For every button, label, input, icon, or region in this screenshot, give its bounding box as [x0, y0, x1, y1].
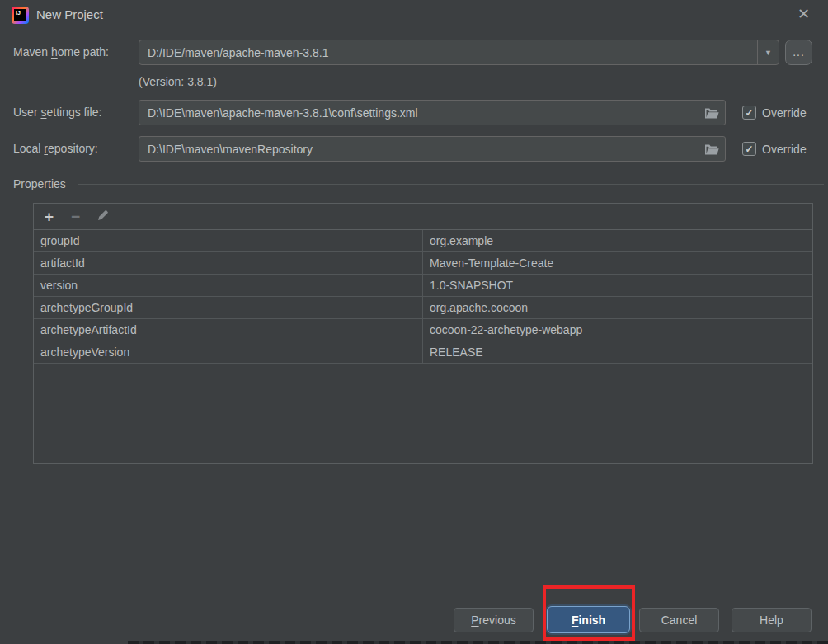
property-key: version [34, 275, 423, 296]
override-repository-label[interactable]: Override [762, 143, 807, 156]
folder-browse-icon[interactable] [704, 106, 719, 119]
user-settings-file-label: User settings file: [13, 106, 101, 119]
property-key: groupId [34, 230, 423, 251]
maven-home-path-input[interactable] [139, 40, 779, 64]
local-repository-label: Local repository: [13, 142, 98, 155]
remove-property-button[interactable]: − [71, 209, 97, 224]
maven-version-note: (Version: 3.8.1) [139, 75, 217, 88]
folder-browse-icon[interactable] [704, 143, 719, 155]
user-settings-file-field [139, 100, 726, 125]
override-repository-checkbox[interactable]: ✓ [742, 142, 756, 156]
check-icon: ✓ [745, 144, 753, 154]
section-separator [78, 184, 824, 185]
edit-property-button[interactable] [97, 209, 124, 223]
properties-toolbar: + − [34, 204, 812, 230]
user-settings-file-input[interactable] [139, 101, 725, 125]
background-window-artifact [128, 641, 828, 644]
property-value: cocoon-22-archetype-webapp [423, 319, 812, 341]
property-value: RELEASE [423, 341, 812, 363]
override-settings-checkbox[interactable]: ✓ [742, 106, 756, 120]
previous-button[interactable]: Previous [454, 608, 534, 632]
local-repository-input[interactable] [139, 137, 725, 161]
new-project-dialog: IJ New Project ✕ Maven home path: ▼ ... … [0, 0, 828, 644]
maven-home-path-label: Maven home path: [13, 45, 109, 59]
pencil-icon [97, 209, 109, 221]
override-settings-label[interactable]: Override [762, 106, 807, 120]
intellij-idea-logo-icon: IJ [12, 7, 29, 24]
table-row[interactable]: groupId org.example [34, 230, 812, 252]
table-row[interactable]: archetypeGroupId org.apache.cocoon [34, 297, 812, 319]
dialog-title: New Project [36, 7, 103, 21]
table-row[interactable]: archetypeVersion RELEASE [34, 341, 812, 364]
cancel-button[interactable]: Cancel [639, 608, 719, 632]
chevron-down-icon[interactable]: ▼ [757, 40, 779, 64]
property-key: archetypeVersion [34, 341, 423, 363]
browse-maven-home-button[interactable]: ... [785, 40, 812, 65]
table-row[interactable]: archetypeArtifactId cocoon-22-archetype-… [34, 319, 812, 341]
property-key: archetypeGroupId [34, 297, 423, 318]
finish-button[interactable]: Finish [547, 606, 630, 633]
table-row[interactable]: artifactId Maven-Template-Create [34, 252, 812, 275]
close-icon[interactable]: ✕ [794, 4, 813, 24]
properties-section-title: Properties [13, 177, 66, 190]
check-icon: ✓ [745, 108, 753, 118]
properties-table-panel: + − groupId org.example artifactId Maven… [33, 203, 813, 464]
property-value: org.apache.cocoon [423, 297, 812, 318]
maven-home-path-combobox: ▼ [139, 40, 779, 65]
table-row[interactable]: version 1.0-SNAPSHOT [34, 275, 812, 297]
property-value: Maven-Template-Create [423, 252, 812, 274]
property-key: archetypeArtifactId [34, 319, 423, 341]
add-property-button[interactable]: + [45, 209, 71, 224]
local-repository-field [139, 136, 726, 162]
property-value: 1.0-SNAPSHOT [423, 275, 812, 296]
property-key: artifactId [34, 252, 423, 274]
help-button[interactable]: Help [732, 608, 812, 632]
property-value: org.example [423, 230, 812, 251]
